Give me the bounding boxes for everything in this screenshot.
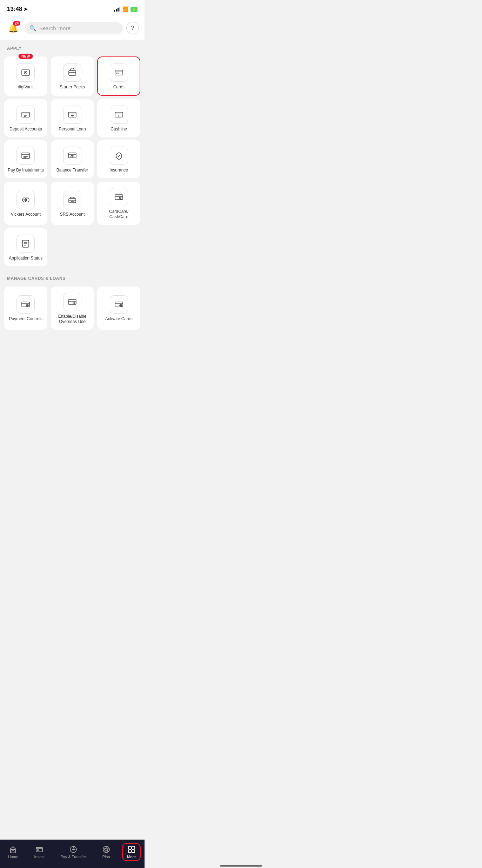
grid-item-balanceTransfer[interactable]: Balance Transfer <box>51 140 94 178</box>
paymentControls-label: Payment Controls <box>9 316 42 322</box>
vickersAccount-icon: $ ¥ <box>16 191 35 209</box>
home-icon <box>9 845 17 854</box>
payByInstalments-label: Pay By Instalments <box>8 168 44 173</box>
nav-pay-transfer-label: Pay & Transfer <box>60 855 86 859</box>
starterPacks-label: Starter Packs <box>60 85 85 90</box>
balanceTransfer-icon <box>63 147 81 165</box>
svg-rect-57 <box>12 851 14 853</box>
invest-icon <box>35 845 43 854</box>
srsAccount-label: SRS Account <box>60 212 85 217</box>
svg-rect-63 <box>128 846 131 849</box>
cardCareCashCare-label: CardCare/ CashCare <box>100 209 138 220</box>
activateCards-label: Activate Cards <box>105 316 133 322</box>
svg-rect-31 <box>69 199 76 203</box>
location-arrow-icon: ➤ <box>24 6 28 12</box>
more-icon <box>127 845 136 854</box>
grid-item-starterPacks[interactable]: Starter Packs <box>51 56 94 96</box>
battery-icon: ⚡ <box>130 7 138 12</box>
nav-more-label: More <box>127 855 136 859</box>
svg-point-2 <box>25 72 26 73</box>
svg-rect-56 <box>11 849 15 853</box>
apply-section-label: APPLY <box>0 40 145 54</box>
search-placeholder: Search 'more' <box>39 25 72 31</box>
grid-item-depositAccounts[interactable]: Deposit Accounts <box>4 99 47 137</box>
wifi-icon: 📶 <box>122 6 128 12</box>
status-time: 13:48 ➤ <box>7 6 28 13</box>
payByInstalments-icon <box>16 147 35 165</box>
cardCareCashCare-icon <box>110 188 128 206</box>
svg-rect-7 <box>116 73 118 74</box>
starterPacks-icon <box>63 63 81 82</box>
notification-button[interactable]: 🔔 24 <box>6 20 21 36</box>
grid-item-applicationStatus[interactable]: Application Status <box>4 228 47 266</box>
svg-rect-64 <box>132 846 135 849</box>
nav-home-label: Home <box>8 855 18 859</box>
svg-rect-60 <box>37 850 38 851</box>
grid-item-srsAccount[interactable]: SRS Account <box>51 182 94 225</box>
grid-item-activateCards[interactable]: Activate Cards <box>97 287 140 330</box>
grid-item-digiVault[interactable]: NEW digiVault <box>4 56 47 96</box>
svg-rect-66 <box>132 850 135 853</box>
apply-grid-items: NEW digiVault <box>4 56 140 266</box>
digiVault-icon <box>16 63 35 82</box>
signal-icon <box>114 7 120 12</box>
grid-item-cashline[interactable]: $ Cashline <box>97 99 140 137</box>
paymentControls-icon <box>16 295 35 314</box>
depositAccounts-label: Deposit Accounts <box>9 127 42 132</box>
header: 🔔 24 🔍 Search 'more' ? <box>0 17 145 40</box>
help-icon: ? <box>131 25 134 31</box>
grid-item-paymentControls[interactable]: Payment Controls <box>4 287 47 330</box>
grid-item-enableDisableOverseas[interactable]: Enable/Disable Overseas Use <box>51 287 94 330</box>
nav-invest[interactable]: Invest <box>30 844 49 860</box>
insurance-icon <box>110 147 128 165</box>
srsAccount-icon <box>63 191 81 209</box>
status-icons: 📶 ⚡ <box>114 6 138 12</box>
nav-home[interactable]: Home <box>4 844 22 860</box>
grid-item-personalLoan[interactable]: Personal Loan <box>51 99 94 137</box>
enableDisableOverseas-label: Enable/Disable Overseas Use <box>54 314 91 325</box>
svg-line-46 <box>27 305 28 306</box>
status-bar: 13:48 ➤ 📶 ⚡ <box>0 0 145 17</box>
svg-rect-65 <box>128 850 131 853</box>
manage-cards-grid-items: Payment Controls Enable/Disable Overseas… <box>4 287 140 330</box>
personalLoan-label: Personal Loan <box>59 127 86 132</box>
search-bar[interactable]: 🔍 Search 'more' <box>25 22 123 34</box>
notification-badge: 24 <box>13 21 20 26</box>
grid-item-insurance[interactable]: Insurance <box>97 140 140 178</box>
cashline-label: Cashline <box>111 127 127 132</box>
cashline-icon: $ <box>110 106 128 124</box>
manage-cards-section-label: MANAGE CARDS & LOANS <box>0 270 145 284</box>
vickersAccount-label: Vickers Account <box>11 212 41 217</box>
activateCards-icon <box>110 295 128 314</box>
new-badge: NEW <box>19 54 33 59</box>
cards-label: Cards <box>113 85 125 90</box>
nav-pay-transfer[interactable]: Pay & Transfer <box>56 844 90 860</box>
depositAccounts-icon <box>16 106 35 124</box>
enableDisableOverseas-icon <box>63 293 81 311</box>
svg-rect-23 <box>68 153 76 158</box>
insurance-label: Insurance <box>109 168 128 173</box>
plan-icon <box>102 845 111 854</box>
search-icon: 🔍 <box>29 25 36 32</box>
balanceTransfer-label: Balance Transfer <box>56 168 88 173</box>
svg-text:$: $ <box>118 114 120 117</box>
svg-rect-3 <box>69 70 76 75</box>
nav-invest-label: Invest <box>34 855 45 859</box>
pay-transfer-icon <box>69 845 78 854</box>
svg-rect-5 <box>115 70 123 75</box>
personalLoan-icon <box>63 106 81 124</box>
grid-item-cardCareCashCare[interactable]: CardCare/ CashCare <box>97 182 140 225</box>
nav-plan-label: Plan <box>102 855 110 859</box>
apply-grid: NEW digiVault <box>0 54 145 270</box>
nav-plan[interactable]: Plan <box>98 844 115 860</box>
bottom-navigation: Home Invest Pay & Transfer <box>0 840 145 868</box>
cards-icon <box>110 63 128 82</box>
grid-item-vickersAccount[interactable]: $ ¥ Vickers Account <box>4 182 47 225</box>
grid-item-payByInstalments[interactable]: Pay By Instalments <box>4 140 47 178</box>
manage-cards-grid: Payment Controls Enable/Disable Overseas… <box>0 284 145 334</box>
applicationStatus-label: Application Status <box>9 256 42 261</box>
applicationStatus-icon <box>16 235 35 253</box>
nav-more[interactable]: More <box>122 843 141 861</box>
help-button[interactable]: ? <box>126 22 139 34</box>
grid-item-cards[interactable]: Cards <box>97 56 140 96</box>
